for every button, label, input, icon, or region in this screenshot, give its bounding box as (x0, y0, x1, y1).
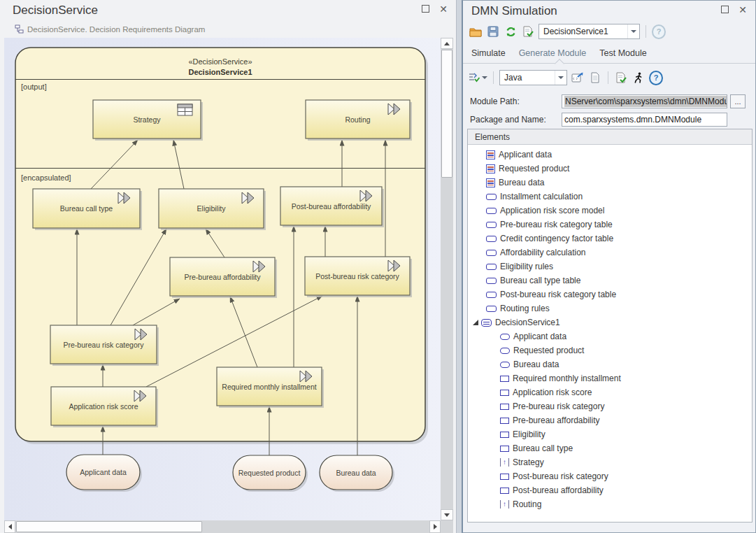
open-in-editor-button[interactable] (571, 71, 585, 85)
node-label: Routing (345, 115, 370, 124)
list-item[interactable]: Post-bureau risk category table (468, 287, 752, 301)
chevron-down-icon (631, 30, 636, 33)
list-item[interactable]: Bureau call type (468, 441, 752, 455)
list-item[interactable]: Pre-bureau risk category (468, 399, 752, 413)
save-button[interactable] (486, 24, 500, 38)
maximize-icon[interactable] (422, 5, 429, 13)
drd-node-post-bureau-affordability[interactable]: Post-bureau affordability (280, 187, 384, 227)
drd-node-required-monthly-installment[interactable]: Required monthly installment (217, 367, 324, 408)
drd-input-bureau-data[interactable]: Bureau data (320, 455, 394, 492)
list-item-label: Strategy (513, 457, 544, 467)
list-item[interactable]: ↑Routing (468, 497, 752, 511)
view-source-button[interactable] (588, 71, 602, 85)
horizontal-scroll-thumb[interactable] (16, 521, 202, 532)
browse-button[interactable]: ... (730, 94, 746, 108)
tab-simulate[interactable]: Simulate (471, 48, 506, 58)
generate-module-fields: Module Path: NServer\com\sparxsystems\dm… (463, 91, 755, 127)
list-item[interactable]: Applicant data (468, 148, 752, 162)
list-item-label: Pre-bureau risk category table (500, 220, 613, 229)
combo-dropdown-button[interactable] (627, 24, 639, 38)
list-item[interactable]: Bureau data (468, 176, 752, 190)
decision-service-combo-value: DecisionService1 (539, 27, 627, 36)
tree-expander-icon[interactable] (473, 320, 478, 325)
list-item[interactable]: Post-bureau affordability (468, 483, 752, 497)
combo-dropdown-button[interactable] (555, 71, 566, 85)
running-man-icon (634, 72, 643, 84)
drd-node-bureau-call-type[interactable]: Bureau call type (33, 189, 142, 230)
service-name: DecisionService1 (188, 68, 252, 76)
diagram-breadcrumb: DecisionService. Decision Requirements D… (0, 21, 456, 38)
scroll-up-button[interactable] (441, 38, 453, 49)
business-knowledge-icon (486, 208, 497, 214)
list-item[interactable]: Affordability calculation (468, 246, 752, 260)
drd-node-pre-bureau-affordability[interactable]: Pre-bureau affordability (170, 257, 277, 298)
run-module-button[interactable] (632, 71, 646, 85)
drd-input-requested-product[interactable]: Requested product (233, 455, 308, 492)
horizontal-scrollbar[interactable] (4, 520, 441, 533)
toolbar-separator (608, 71, 608, 84)
list-item[interactable]: Pre-bureau risk category table (468, 218, 752, 232)
elements-header: Elements (468, 129, 752, 145)
tab-test-module[interactable]: Test Module (599, 48, 646, 58)
close-icon[interactable]: ✕ (739, 6, 747, 13)
list-item[interactable]: Credit contingency factor table (468, 232, 752, 246)
help-icon: ? (652, 24, 666, 39)
list-item[interactable]: ↑Strategy (468, 455, 752, 469)
list-item[interactable]: Routing rules (468, 301, 752, 315)
drd-node-application-risk-score[interactable]: Application risk score (51, 387, 158, 427)
package-name-input[interactable]: com.sparxsystems.dmn.DMNModule (562, 113, 727, 127)
open-folder-button[interactable] (469, 24, 483, 38)
scrollbar-corner (441, 520, 453, 533)
refresh-button[interactable] (504, 24, 518, 38)
list-item[interactable]: Bureau call type table (468, 273, 752, 287)
list-item[interactable]: Eligibility rules (468, 260, 752, 273)
list-item-label: Bureau call type (513, 443, 573, 453)
tab-generate-module[interactable]: Generate Module (519, 48, 587, 58)
generate-scripts-button[interactable] (469, 72, 487, 83)
input-data-icon (486, 150, 495, 159)
validate-module-button[interactable] (614, 71, 628, 85)
list-item-label: Post-bureau affordability (513, 485, 604, 495)
scroll-right-button[interactable] (429, 520, 441, 533)
drd-node-routing[interactable]: Routing (306, 100, 412, 141)
language-combo[interactable]: Java (499, 70, 567, 85)
module-path-input[interactable]: NServer\com\sparxsystems\dmn\DMNModule.j… (562, 94, 727, 108)
list-item[interactable]: Bureau data (468, 357, 752, 371)
decision-service-combo[interactable]: DecisionService1 (539, 24, 640, 39)
list-item-label: Bureau data (499, 178, 544, 187)
list-item[interactable]: DecisionService1 (468, 315, 752, 329)
maximize-icon[interactable] (721, 6, 729, 13)
list-item[interactable]: Installment calculation (468, 190, 752, 204)
drd-input-applicant-data[interactable]: Applicant data (66, 455, 142, 492)
help-icon: ? (649, 71, 663, 85)
list-item[interactable]: Required monthly installment (468, 371, 752, 385)
scroll-down-button[interactable] (441, 509, 453, 520)
generate-scripts-icon (469, 72, 480, 83)
validate-button[interactable] (521, 24, 535, 38)
list-item[interactable]: Pre-bureau affordability (468, 413, 752, 427)
vertical-scrollbar[interactable] (441, 38, 453, 520)
list-item[interactable]: Eligibility (468, 427, 752, 441)
list-item[interactable]: Requested product (468, 343, 752, 357)
node-label: Post-bureau affordability (292, 202, 371, 211)
list-item[interactable]: Requested product (468, 162, 752, 176)
document-icon (590, 72, 600, 83)
help-button[interactable]: ? (649, 71, 663, 85)
list-item[interactable]: Application risk score (468, 385, 752, 399)
list-item[interactable]: Post-bureau risk category (468, 469, 752, 483)
list-item[interactable]: Applicant data (468, 329, 752, 343)
list-item-label: Routing rules (500, 304, 550, 313)
close-icon[interactable]: ✕ (439, 6, 448, 13)
code-window-icon (571, 72, 584, 83)
list-item-label: Affordability calculation (500, 248, 586, 257)
help-button-disabled[interactable]: ? (652, 24, 666, 38)
scroll-left-button[interactable] (4, 520, 15, 533)
drd-node-post-bureau-risk-category[interactable]: Post-bureau risk category (305, 257, 412, 297)
drd-node-strategy[interactable]: Strategy (93, 100, 203, 141)
vertical-scroll-thumb[interactable] (441, 50, 452, 178)
drd-node-eligibility[interactable]: Eligibility (159, 189, 266, 230)
list-item[interactable]: Application risk score model (468, 204, 752, 218)
module-path-label: Module Path: (470, 97, 559, 106)
drd-node-pre-bureau-risk-category[interactable]: Pre-bureau risk category (50, 325, 159, 366)
decision-node-icon (500, 432, 509, 438)
